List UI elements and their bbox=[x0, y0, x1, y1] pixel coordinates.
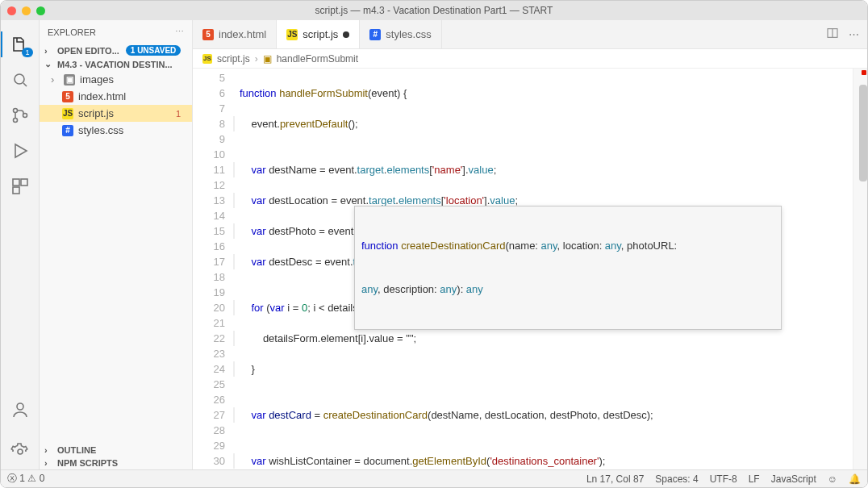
unsaved-badge: 1 UNSAVED bbox=[126, 45, 182, 56]
code-content[interactable]: function handleFormSubmit(event) { event… bbox=[233, 69, 853, 469]
tab-label: script.js bbox=[303, 28, 338, 40]
svg-point-2 bbox=[13, 119, 17, 123]
html-icon: 5 bbox=[62, 91, 73, 102]
breadcrumb-file[interactable]: script.js bbox=[217, 53, 250, 65]
traffic-lights bbox=[7, 6, 45, 15]
code-editor[interactable]: 5678910111213141516171819202122232425262… bbox=[193, 69, 867, 469]
activity-bar: 1 bbox=[1, 20, 40, 469]
dirty-dot-icon bbox=[343, 31, 349, 38]
tree-label: images bbox=[80, 73, 114, 86]
activity-settings[interactable] bbox=[1, 434, 40, 469]
activity-scm[interactable] bbox=[1, 98, 40, 133]
js-icon: JS bbox=[202, 54, 212, 64]
signature-tooltip: function createDestinationCard(name: any… bbox=[354, 206, 782, 330]
method-icon: ▣ bbox=[263, 53, 272, 65]
tab-index-html[interactable]: 5 index.html bbox=[193, 20, 277, 48]
tab-label: styles.css bbox=[386, 28, 431, 40]
folder-icon: ▣ bbox=[64, 74, 75, 86]
svg-point-7 bbox=[17, 403, 23, 410]
status-language[interactable]: JavaScript bbox=[771, 473, 816, 485]
js-icon: JS bbox=[286, 29, 298, 40]
svg-rect-6 bbox=[13, 187, 19, 194]
chevron-down-icon: ⌄ bbox=[44, 59, 54, 69]
error-marker-icon bbox=[862, 70, 866, 75]
chevron-right-icon: › bbox=[44, 445, 54, 455]
status-problems[interactable]: ⓧ 1 ⚠ 0 bbox=[7, 472, 44, 486]
js-icon: JS bbox=[62, 108, 73, 119]
warning-icon: ⚠ bbox=[27, 473, 36, 484]
svg-point-3 bbox=[23, 114, 27, 118]
svg-point-1 bbox=[13, 109, 17, 113]
activity-account[interactable] bbox=[1, 392, 40, 428]
svg-point-8 bbox=[18, 449, 23, 454]
status-indent[interactable]: Spaces: 4 bbox=[655, 473, 698, 485]
chevron-right-icon: › bbox=[255, 53, 258, 65]
breadcrumb[interactable]: JS script.js › ▣ handleFormSubmit bbox=[193, 49, 867, 69]
feedback-icon[interactable]: ☺ bbox=[828, 473, 837, 485]
tree-label: script.js bbox=[78, 107, 114, 119]
close-icon[interactable] bbox=[7, 6, 16, 15]
outline-label: OUTLINE bbox=[57, 445, 96, 455]
problem-count: 1 bbox=[176, 109, 186, 119]
status-bar: ⓧ 1 ⚠ 0 Ln 17, Col 87 Spaces: 4 UTF-8 LF… bbox=[1, 469, 867, 487]
chevron-right-icon: › bbox=[51, 73, 59, 86]
css-icon: # bbox=[62, 125, 73, 136]
minimap-thumb[interactable] bbox=[859, 85, 867, 181]
status-encoding[interactable]: UTF-8 bbox=[710, 473, 737, 485]
editor-area: 5 index.html JS script.js # styles.css ⋯ bbox=[193, 20, 867, 469]
status-cursor[interactable]: Ln 17, Col 87 bbox=[586, 473, 644, 485]
sidebar: EXPLORER ⋯ › OPEN EDITO... 1 UNSAVED ⌄ M… bbox=[40, 20, 193, 469]
npm-label: NPM SCRIPTS bbox=[57, 458, 118, 468]
window-titlebar: script.js — m4.3 - Vacation Destination … bbox=[1, 1, 867, 20]
npm-scripts-section[interactable]: › NPM SCRIPTS bbox=[40, 457, 192, 469]
sidebar-more-icon[interactable]: ⋯ bbox=[175, 27, 184, 37]
breadcrumb-symbol[interactable]: handleFormSubmit bbox=[277, 53, 358, 65]
maximize-icon[interactable] bbox=[36, 6, 45, 15]
window-title: script.js — m4.3 - Vacation Destination … bbox=[315, 5, 553, 16]
bell-icon[interactable]: 🔔 bbox=[849, 473, 861, 485]
activity-debug[interactable] bbox=[1, 133, 40, 169]
activity-explorer[interactable]: 1 bbox=[1, 27, 40, 62]
file-index-html[interactable]: 5 index.html bbox=[40, 88, 192, 105]
line-gutter: 5678910111213141516171819202122232425262… bbox=[193, 69, 233, 469]
outline-section[interactable]: › OUTLINE bbox=[40, 444, 192, 457]
sidebar-title: EXPLORER bbox=[48, 27, 96, 37]
open-editors-label: OPEN EDITO... bbox=[57, 46, 119, 56]
tab-script-js[interactable]: JS script.js bbox=[277, 20, 360, 48]
editor-more-icon[interactable]: ⋯ bbox=[849, 28, 859, 40]
minimap[interactable] bbox=[853, 69, 867, 469]
editor-tabs: 5 index.html JS script.js # styles.css ⋯ bbox=[193, 20, 867, 49]
project-section[interactable]: ⌄ M4.3 - VACATION DESTIN... bbox=[40, 57, 192, 71]
svg-rect-4 bbox=[13, 179, 19, 186]
explorer-badge: 1 bbox=[22, 48, 32, 57]
tab-styles-css[interactable]: # styles.css bbox=[360, 20, 441, 48]
chevron-right-icon: › bbox=[44, 46, 54, 56]
file-script-js[interactable]: JS script.js 1 bbox=[40, 105, 192, 122]
activity-search[interactable] bbox=[1, 62, 40, 98]
project-name: M4.3 - VACATION DESTIN... bbox=[57, 60, 173, 69]
svg-rect-5 bbox=[21, 179, 27, 186]
file-styles-css[interactable]: # styles.css bbox=[40, 122, 192, 139]
html-icon: 5 bbox=[202, 29, 214, 40]
minimize-icon[interactable] bbox=[22, 6, 31, 15]
tree-label: styles.css bbox=[78, 124, 123, 136]
folder-images[interactable]: › ▣ images bbox=[40, 71, 192, 88]
split-editor-icon[interactable] bbox=[826, 27, 839, 42]
chevron-right-icon: › bbox=[44, 458, 54, 468]
error-icon: ⓧ bbox=[7, 473, 17, 484]
css-icon: # bbox=[369, 29, 381, 40]
activity-extensions[interactable] bbox=[1, 169, 40, 204]
tab-label: index.html bbox=[219, 28, 266, 40]
open-editors-section[interactable]: › OPEN EDITO... 1 UNSAVED bbox=[40, 44, 192, 57]
svg-point-0 bbox=[15, 74, 24, 84]
status-eol[interactable]: LF bbox=[749, 473, 760, 485]
tree-label: index.html bbox=[78, 90, 126, 102]
